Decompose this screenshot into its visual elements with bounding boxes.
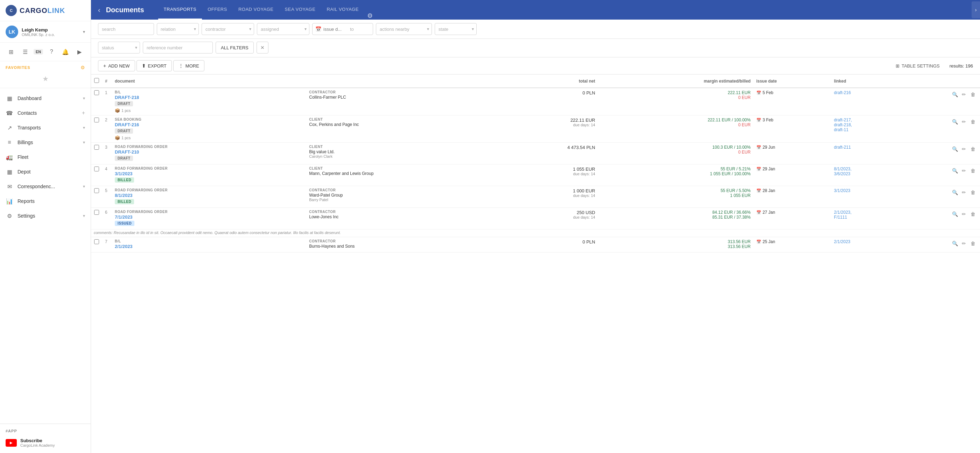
row-contractor: CONTRACTOR Collins-Farmer PLC — [306, 88, 501, 115]
linked-link[interactable]: F/1111 — [834, 215, 945, 220]
actions-nearby-filter[interactable]: actions nearby — [376, 23, 432, 35]
filter-bar: relation contractor assigned 📅 to action… — [91, 20, 980, 39]
linked-link[interactable]: draft-217, — [834, 118, 945, 122]
sidebar-item-correspondence[interactable]: ✉ Correspondenc... ▾ — [0, 179, 91, 194]
clear-filters-button[interactable]: ✕ — [256, 41, 269, 54]
search-action-icon[interactable]: 🔍 — [951, 118, 959, 126]
doc-link[interactable]: 2/1/2023 — [115, 244, 304, 249]
reference-number-input[interactable] — [143, 41, 213, 54]
row-checkbox[interactable] — [94, 188, 99, 193]
contractor-filter-wrapper: contractor — [202, 23, 254, 35]
language-badge[interactable]: EN — [33, 49, 43, 54]
sidebar-item-billings[interactable]: ≡ Billings ▾ — [0, 135, 91, 150]
subscribe-item[interactable]: Subscribe CargoLink Academy — [0, 435, 91, 450]
doc-link[interactable]: DRAFT-216 — [115, 122, 304, 127]
row-actions: 🔍 ✏ 🗑 — [951, 145, 977, 153]
search-action-icon[interactable]: 🔍 — [951, 145, 959, 153]
export-button[interactable]: ⬆ EXPORT — [137, 60, 172, 72]
sidebar-item-reports[interactable]: 📊 Reports — [0, 194, 91, 208]
row-actions-cell: 🔍 ✏ 🗑 — [948, 115, 980, 143]
edit-action-icon[interactable]: ✏ — [960, 167, 968, 175]
search-action-icon[interactable]: 🔍 — [951, 90, 959, 99]
tab-sea-voyage[interactable]: SEA VOYAGE — [279, 0, 321, 20]
tab-settings-icon[interactable]: ⚙ — [367, 12, 373, 20]
linked-link[interactable]: 2/1/2023 — [834, 239, 945, 244]
edit-action-icon[interactable]: ✏ — [960, 188, 968, 197]
search-action-icon[interactable]: 🔍 — [951, 188, 959, 197]
menu-icon[interactable]: ☰ — [20, 46, 31, 58]
collapse-panel-button[interactable]: › — [972, 2, 980, 18]
select-all-checkbox[interactable] — [94, 78, 99, 83]
doc-link[interactable]: 7/1/2023 — [115, 215, 304, 220]
contractor-type: CLIENT — [309, 167, 498, 170]
sidebar-item-fleet[interactable]: 🚛 Fleet — [0, 150, 91, 164]
tab-road-voyage[interactable]: ROAD VOYAGE — [233, 0, 279, 20]
search-input[interactable] — [98, 23, 154, 35]
bell-icon[interactable]: 🔔 — [60, 46, 71, 58]
add-new-button[interactable]: + ADD NEW — [98, 60, 135, 72]
export-label: EXPORT — [148, 63, 167, 68]
doc-link[interactable]: 8/1/2023 — [115, 193, 304, 198]
linked-link[interactable]: draft-11 — [834, 127, 945, 132]
linked-link[interactable]: 3/6/2023 — [834, 172, 945, 176]
linked-link[interactable]: 8/1/2023, — [834, 167, 945, 172]
row-checkbox[interactable] — [94, 118, 99, 122]
linked-link[interactable]: 3/1/2023 — [834, 188, 945, 193]
grid-icon[interactable]: ⊞ — [6, 46, 17, 58]
back-button[interactable]: ‹ — [98, 6, 100, 14]
search-action-icon[interactable]: 🔍 — [951, 167, 959, 175]
delete-action-icon[interactable]: 🗑 — [969, 118, 977, 126]
delete-action-icon[interactable]: 🗑 — [969, 145, 977, 153]
row-checkbox[interactable] — [94, 239, 99, 244]
assigned-filter[interactable]: assigned — [257, 23, 309, 35]
delete-action-icon[interactable]: 🗑 — [969, 90, 977, 99]
edit-action-icon[interactable]: ✏ — [960, 145, 968, 153]
status-filter[interactable]: status — [98, 41, 140, 54]
linked-link[interactable]: draft-211 — [834, 145, 945, 150]
favorites-gear-icon[interactable]: ⚙ — [81, 65, 85, 70]
chevron-icon: ▾ — [83, 140, 85, 145]
doc-link[interactable]: 3/1/2023 — [115, 171, 304, 176]
sidebar-item-transports[interactable]: ↗ Transports ▾ — [0, 120, 91, 135]
more-button[interactable]: ⋮ MORE — [173, 60, 204, 72]
sidebar-item-depot[interactable]: ▦ Depot — [0, 164, 91, 179]
doc-link[interactable]: DRAFT-218 — [115, 95, 304, 100]
tab-rail-voyage[interactable]: RAIL VOYAGE — [321, 0, 364, 20]
edit-action-icon[interactable]: ✏ — [960, 90, 968, 99]
sidebar-item-settings[interactable]: ⚙ Settings ▾ — [0, 208, 91, 223]
state-filter[interactable]: state — [435, 23, 477, 35]
status-badge: ISSUED — [115, 221, 134, 226]
issue-date-from-input[interactable] — [323, 27, 348, 32]
tab-transports[interactable]: TRANSPORTS — [158, 0, 202, 20]
question-icon[interactable]: ? — [46, 46, 57, 58]
relation-filter[interactable]: relation — [157, 23, 199, 35]
row-checkbox[interactable] — [94, 90, 99, 95]
favorites-label: FAVORITES — [6, 65, 30, 70]
edit-action-icon[interactable]: ✏ — [960, 239, 968, 248]
row-checkbox[interactable] — [94, 210, 99, 215]
delete-action-icon[interactable]: 🗑 — [969, 188, 977, 197]
user-profile[interactable]: LK Leigh Kemp OMILINK Sp. z o.o. ▾ — [0, 21, 91, 43]
tab-offers[interactable]: OFFERS — [202, 0, 233, 20]
sidebar-item-contacts[interactable]: ☎ Contacts + — [0, 106, 91, 120]
issue-date-to-input[interactable] — [356, 27, 370, 32]
table-row: 1 B/L DRAFT-218 DRAFT 📦1 pcs CONTRACTOR … — [91, 88, 980, 115]
row-checkbox[interactable] — [94, 167, 99, 172]
delete-action-icon[interactable]: 🗑 — [969, 210, 977, 218]
row-checkbox[interactable] — [94, 145, 99, 150]
search-action-icon[interactable]: 🔍 — [951, 239, 959, 248]
contractor-filter[interactable]: contractor — [202, 23, 254, 35]
table-settings-button[interactable]: ⊞ TABLE SETTINGS — [893, 62, 943, 70]
linked-link[interactable]: 2/1/2023, — [834, 210, 945, 215]
sidebar-item-dashboard[interactable]: ▦ Dashboard ▾ — [0, 91, 91, 106]
linked-link[interactable]: draft-216 — [834, 90, 945, 95]
edit-action-icon[interactable]: ✏ — [960, 118, 968, 126]
doc-link[interactable]: DRAFT-210 — [115, 149, 304, 155]
search-action-icon[interactable]: 🔍 — [951, 210, 959, 218]
all-filters-button[interactable]: ALL FILTERS — [216, 41, 254, 54]
play-icon[interactable]: ▶ — [74, 46, 85, 58]
linked-link[interactable]: draft-218, — [834, 122, 945, 127]
edit-action-icon[interactable]: ✏ — [960, 210, 968, 218]
delete-action-icon[interactable]: 🗑 — [969, 167, 977, 175]
delete-action-icon[interactable]: 🗑 — [969, 239, 977, 248]
